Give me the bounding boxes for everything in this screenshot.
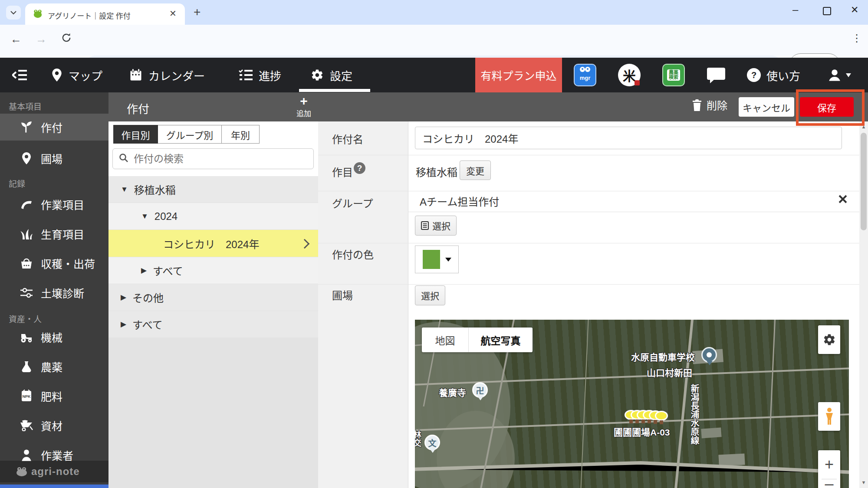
content-scrollbar[interactable]: ▲ ▼	[859, 121, 868, 488]
tree-row[interactable]: ▼ 2024	[108, 203, 318, 229]
select-field-button[interactable]: 選択	[415, 285, 445, 305]
grass-icon	[19, 228, 34, 240]
crop-name-input[interactable]	[415, 127, 842, 149]
row-separator	[318, 243, 859, 243]
account-menu[interactable]	[827, 67, 851, 83]
map-toggle-map[interactable]: 地図	[422, 328, 469, 352]
sidebar-item-label: 圃場	[41, 151, 62, 166]
tab-by-crop[interactable]: 作目別	[113, 125, 158, 144]
sidebar-item-sakutsuke[interactable]: 作付	[0, 114, 108, 141]
map-type-toggle: 地図 航空写真	[422, 328, 533, 352]
sidebar-section-assets: 資産・人	[9, 313, 42, 324]
tree-search	[112, 148, 314, 169]
sidebar-section-records: 記録	[9, 177, 25, 189]
sidebar-item-growth[interactable]: 生育項目	[0, 220, 108, 247]
tab-close-icon[interactable]: ✕	[169, 8, 177, 19]
nav-help[interactable]: ? 使い方	[746, 58, 800, 92]
nav-calendar[interactable]: カレンダー	[129, 58, 205, 92]
rice-app-icon[interactable]: 米	[618, 64, 641, 86]
sidebar-item-label: 収穫・出荷	[41, 255, 95, 271]
temple-pin-icon[interactable]: 卍	[472, 382, 488, 398]
help-icon[interactable]: ?	[354, 162, 365, 174]
forward-icon[interactable]: →	[36, 33, 47, 46]
delete-button[interactable]: 削除	[692, 97, 727, 112]
sidebar-item-machine[interactable]: 機械	[0, 324, 108, 350]
map-gear-icon	[823, 333, 836, 346]
field-map[interactable]: 地図 航空写真 水原自動車学校 山口村新田 養廣寺 卍 新潟長浦水原線 圃圃圃場…	[415, 320, 849, 488]
school-pin-icon[interactable]	[701, 347, 717, 363]
sprout-icon	[19, 121, 34, 134]
new-tab-icon[interactable]: +	[194, 5, 201, 19]
sidebar-item-label: 資材	[41, 418, 62, 433]
feedback-bubble-icon[interactable]	[707, 67, 726, 85]
browser-tab-strip: アグリノート｜設定 作付 ✕ + – ✕	[0, 0, 868, 25]
tree-row[interactable]: ▶ すべて	[108, 257, 318, 284]
sidebar-item-soil[interactable]: 土壌診断	[0, 279, 108, 306]
tab-search-chevron-icon[interactable]	[6, 6, 21, 20]
window-close-icon[interactable]: ✕	[851, 4, 858, 16]
pesticide-search-icon[interactable]: 農薬 検索	[662, 64, 685, 86]
color-field-label: 作付の色	[332, 246, 374, 262]
tree-row-selected[interactable]: コシヒカリ 2024年	[108, 230, 318, 257]
map-toggle-satellite[interactable]: 航空写真	[469, 328, 533, 352]
mgr-badge-label: mgr	[575, 75, 595, 81]
tree-expand-icon[interactable]: ▶	[121, 293, 126, 302]
zoom-out-button[interactable]: –	[818, 479, 840, 488]
pegman-button[interactable]	[818, 402, 840, 431]
tree-expand-icon[interactable]: ▼	[121, 185, 128, 194]
school2-pin-icon[interactable]: 文	[424, 435, 440, 450]
manji-mark: 卍	[476, 384, 484, 396]
browser-tab[interactable]: アグリノート｜設定 作付 ✕	[25, 3, 185, 25]
save-button[interactable]: 保存	[800, 97, 854, 117]
sidebar-item-pesticide[interactable]: 農薬	[0, 353, 108, 380]
scroll-down-icon[interactable]: ▼	[859, 480, 868, 485]
nav-help-label: 使い方	[766, 67, 800, 83]
browser-menu-icon[interactable]: ⋮	[852, 32, 862, 44]
nav-map[interactable]: マップ	[51, 58, 102, 92]
tree-expand-icon[interactable]: ▼	[141, 212, 148, 221]
flask-icon	[19, 360, 34, 373]
nav-settings[interactable]: 設定	[311, 58, 352, 92]
add-button[interactable]: + 追加	[291, 95, 317, 118]
group-value: Aチーム担当作付	[420, 193, 499, 209]
tree-row[interactable]: ▶ その他	[108, 284, 318, 311]
search-input[interactable]	[133, 153, 299, 165]
select-group-button[interactable]: 選択	[415, 216, 457, 236]
scroll-up-icon[interactable]: ▲	[859, 124, 868, 129]
crop-color-dropdown[interactable]	[415, 246, 459, 273]
sidebar-item-hojo[interactable]: 圃場	[0, 145, 108, 172]
tab-by-group[interactable]: グループ別	[158, 125, 222, 144]
change-crop-button[interactable]: 変更	[460, 160, 491, 180]
select-group-label: 選択	[432, 219, 450, 232]
cancel-button[interactable]: キャンセル	[739, 97, 794, 117]
plus-icon: +	[291, 95, 317, 108]
tab-by-year[interactable]: 年別	[222, 125, 260, 144]
sidebar-item-fertilizer[interactable]: NPK 肥料	[0, 383, 108, 409]
sidebar-item-harvest[interactable]: 収穫・出荷	[0, 250, 108, 277]
field-marker[interactable]	[655, 411, 668, 421]
collapse-sidebar-icon[interactable]	[12, 68, 28, 84]
map-settings-button[interactable]	[818, 325, 840, 354]
question-icon: ?	[746, 68, 761, 82]
sidebar-item-label: 作業項目	[41, 197, 84, 212]
nav-progress[interactable]: 進捗	[239, 58, 281, 92]
sidebar-item-material[interactable]: 資材	[0, 412, 108, 439]
tree-expand-icon[interactable]: ▶	[141, 266, 147, 275]
window-maximize-icon[interactable]	[823, 7, 831, 15]
sidebar-item-work[interactable]: 作業項目	[0, 191, 108, 218]
tree-row[interactable]: ▼ 移植水稲	[108, 176, 318, 203]
checklist-icon	[239, 69, 253, 81]
tree-row[interactable]: ▶ すべて	[108, 311, 318, 337]
agrinote-mgr-icon[interactable]: mgr	[574, 64, 596, 86]
back-icon[interactable]: ←	[10, 33, 22, 46]
chevron-right-icon	[300, 239, 310, 249]
tree-expand-icon[interactable]: ▶	[121, 320, 126, 329]
reload-icon[interactable]	[61, 32, 72, 45]
tractor-icon	[19, 331, 34, 343]
row-separator	[318, 155, 859, 155]
window-minimize-icon[interactable]: –	[792, 3, 798, 16]
remove-group-icon[interactable]	[838, 194, 848, 206]
upgrade-plan-button[interactable]: 有料プラン申込	[475, 58, 562, 92]
svg-text:?: ?	[751, 70, 756, 80]
scrollbar-thumb[interactable]	[861, 133, 867, 230]
